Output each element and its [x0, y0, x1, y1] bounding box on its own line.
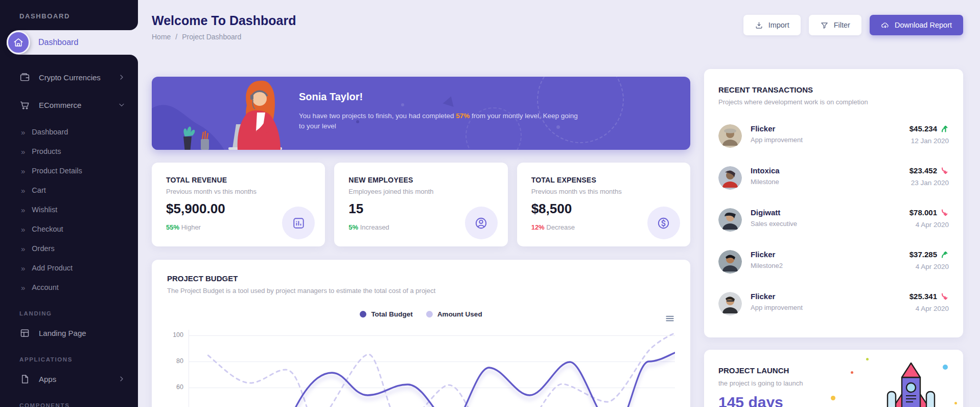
- sidebar-subitem-account[interactable]: »Account: [0, 278, 138, 297]
- double-chevron-icon: »: [21, 167, 25, 175]
- double-chevron-icon: »: [21, 128, 25, 137]
- sidebar-item-crypto-currencies[interactable]: Crypto Currencies: [0, 67, 138, 87]
- stat-card-total-revenue: TOTAL REVENUE Previous month vs this mon…: [152, 163, 325, 246]
- stat-card-total-expenses: TOTAL EXPENSES Previous month vs this mo…: [517, 163, 690, 246]
- subitem-label: Checkout: [32, 225, 63, 233]
- delta-note: Higher: [181, 223, 201, 231]
- sidebar-item-label: Dashboard: [38, 38, 78, 47]
- transaction-row[interactable]: DigiwattSales executive $78.0014 Apr 202…: [718, 208, 949, 232]
- subitem-label: Orders: [32, 244, 54, 253]
- avatar: [718, 124, 742, 148]
- legend-label: Total Budget: [371, 310, 413, 318]
- amount-text: $78.001: [909, 208, 937, 217]
- transaction-row[interactable]: IntoxicaMilestone $23.45223 Jan 2020: [718, 166, 949, 190]
- total-budget-line: [287, 352, 675, 407]
- transaction-name: Flicker: [751, 124, 803, 133]
- subitem-label: Account: [32, 283, 58, 291]
- dot-decoration: [954, 402, 957, 404]
- down-arrow-icon: [941, 209, 949, 217]
- sidebar-subitem-wishlist[interactable]: »Wishlist: [0, 200, 138, 219]
- legend-item-total-budget[interactable]: Total Budget: [360, 310, 413, 318]
- sidebar-item-dashboard[interactable]: Dashboard: [7, 30, 138, 55]
- stat-subtitle: Employees joined this month: [348, 188, 493, 195]
- banner-decoration: [401, 103, 404, 106]
- delta-percent: 55%: [166, 223, 179, 231]
- up-arrow-icon: [941, 251, 949, 259]
- transaction-row[interactable]: FlickerApp improvement $45.23412 Jan 202…: [718, 124, 949, 148]
- sidebar-item-label: ECommerce: [39, 101, 81, 109]
- button-label: Download Report: [895, 21, 952, 29]
- sidebar-subitem-checkout[interactable]: »Checkout: [0, 219, 138, 239]
- down-arrow-icon: [941, 167, 949, 175]
- sidebar-subitem-add-product[interactable]: »Add Product: [0, 258, 138, 278]
- chart-menu-icon[interactable]: [665, 313, 675, 324]
- double-chevron-icon: »: [21, 206, 25, 214]
- completed-percent: 57%: [456, 112, 470, 120]
- cart-icon: [19, 100, 30, 110]
- sidebar-heading-landing: LANDING: [19, 310, 138, 316]
- transaction-row[interactable]: FlickerMilestone2 $37.2854 Apr 2020: [718, 250, 949, 274]
- amount-text: $37.285: [909, 250, 937, 259]
- stat-title: TOTAL REVENUE: [166, 176, 311, 184]
- sidebar-item-apps[interactable]: Apps: [0, 369, 138, 389]
- subitem-label: Wishlist: [32, 206, 57, 214]
- transaction-date: 4 Apr 2020: [909, 263, 949, 270]
- delta-note: Decrease: [546, 223, 575, 231]
- welcome-user-name: Sonia Taylor!: [299, 91, 363, 103]
- transaction-date: 23 Jan 2020: [909, 179, 949, 187]
- breadcrumb-home-link[interactable]: Home: [152, 33, 171, 41]
- y-axis-tick: 60: [167, 383, 183, 391]
- legend-dot: [360, 311, 366, 318]
- cloud-download-icon: [881, 21, 890, 30]
- double-chevron-icon: »: [21, 147, 25, 156]
- subitem-label: Product Details: [32, 167, 82, 175]
- rocket-illustration: [880, 361, 942, 407]
- import-button[interactable]: Import: [743, 15, 801, 35]
- chevron-down-icon: [118, 101, 126, 109]
- sidebar-item-label: Crypto Currencies: [39, 73, 101, 82]
- sidebar-item-ecommerce[interactable]: ECommerce: [0, 95, 138, 115]
- sidebar-subitem-cart[interactable]: »Cart: [0, 180, 138, 200]
- transaction-role: Sales executive: [751, 220, 797, 228]
- transaction-name: Flicker: [751, 250, 783, 259]
- amount-text: $23.452: [909, 166, 937, 175]
- up-arrow-icon: [941, 125, 949, 133]
- transaction-row[interactable]: FlickerApp improvement $25.3414 Apr 2020: [718, 292, 949, 315]
- sidebar-subitem-orders[interactable]: »Orders: [0, 239, 138, 258]
- transaction-role: Milestone2: [751, 262, 783, 269]
- avatar: [718, 250, 742, 274]
- stat-subtitle: Previous month vs this months: [531, 188, 676, 195]
- wallet-icon: [19, 72, 30, 83]
- message-text: You have two projects to finish, you had…: [299, 112, 456, 120]
- download-report-button[interactable]: Download Report: [870, 15, 963, 35]
- recent-transactions-card: RECENT TRANSACTIONS Projects where devel…: [704, 69, 963, 337]
- stat-title: TOTAL EXPENSES: [531, 176, 676, 184]
- sidebar-subitem-product-details[interactable]: »Product Details: [0, 161, 138, 180]
- down-arrow-icon: [941, 292, 949, 301]
- user-icon: [465, 207, 498, 239]
- sidebar-item-label: Landing Page: [39, 329, 86, 337]
- double-chevron-icon: »: [21, 225, 25, 234]
- sidebar-subitem-products[interactable]: »Products: [0, 142, 138, 161]
- dot-decoration: [851, 371, 853, 374]
- double-chevron-icon: »: [21, 244, 25, 253]
- filter-button[interactable]: Filter: [809, 15, 861, 35]
- transaction-amount: $45.234: [909, 124, 949, 133]
- stat-title: NEW EMPLOYEES: [348, 176, 493, 184]
- subitem-label: Products: [32, 147, 61, 155]
- y-axis-tick: 80: [167, 357, 183, 365]
- sidebar-item-landing-page[interactable]: Landing Page: [0, 323, 138, 343]
- dot-decoration: [866, 358, 869, 360]
- app-logo: DASHBOARD: [0, 0, 138, 20]
- transaction-amount: $25.341: [909, 292, 949, 301]
- transaction-role: App improvement: [751, 136, 803, 144]
- plot-area: [189, 330, 675, 407]
- delta-percent: 12%: [531, 223, 545, 231]
- transaction-date: 4 Apr 2020: [909, 305, 949, 312]
- chevron-right-icon: [118, 73, 126, 81]
- sidebar-subitem-dashboard[interactable]: »Dashboard: [0, 122, 138, 142]
- transaction-amount: $37.285: [909, 250, 949, 259]
- legend-dot: [426, 311, 433, 318]
- transaction-name: Flicker: [751, 292, 803, 301]
- legend-item-amount-used[interactable]: Amount Used: [426, 310, 482, 318]
